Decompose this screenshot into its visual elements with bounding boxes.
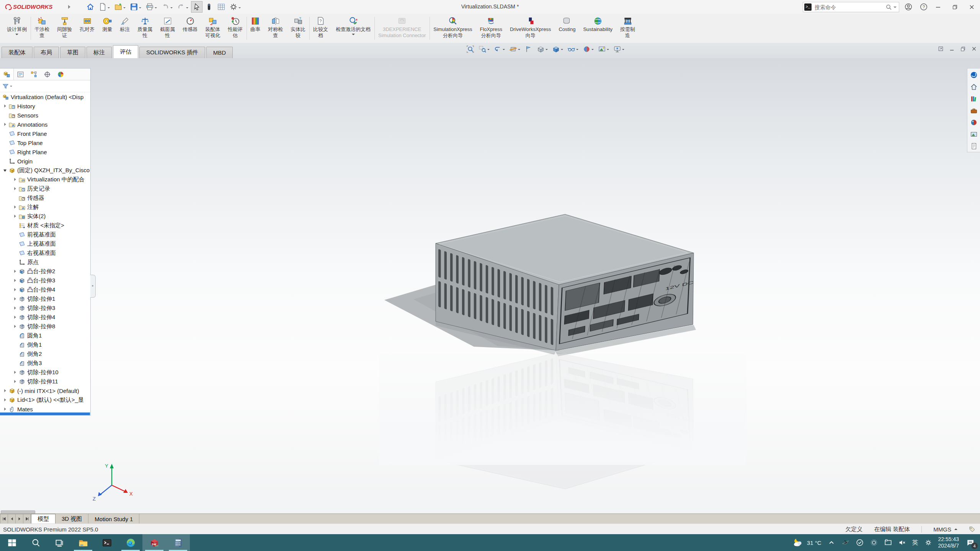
prev-tab-icon[interactable] [8,514,16,524]
expander-icon[interactable] [2,147,8,156]
tree-row[interactable]: 上视基准面 [0,239,90,248]
ribbon-button[interactable]: FloXpress 分析向导 [476,14,506,43]
tree-row[interactable]: Right Plane [0,147,90,156]
tree-row[interactable]: 倒角3 [0,359,90,368]
weather-widget[interactable]: 31 °C [792,537,822,548]
last-tab-icon[interactable] [23,514,31,524]
first-tab-icon[interactable] [0,514,8,524]
tree-row[interactable]: 切除-拉伸3 [0,303,90,313]
mini-itx-case-model[interactable]: 12V DC [436,214,695,350]
doc-window-button[interactable] [938,46,944,52]
tree-row[interactable]: 原点 [0,258,90,267]
tree-row[interactable]: 实体(2) [0,212,90,221]
panel-scrollbar[interactable] [0,412,90,415]
dropdown-caret-icon[interactable] [591,49,594,51]
task-pane-button[interactable] [969,70,979,80]
taskbar-app-button[interactable] [71,534,95,551]
dropdown-caret-icon[interactable] [108,7,110,10]
taskbar-app-button[interactable] [95,534,119,551]
tree-row[interactable]: 材质 <未指定> [0,221,90,230]
tree-row[interactable]: 切除-拉伸11 [0,377,90,386]
tree-row[interactable]: Lid<1> (默认) <<默认>_显 [0,395,90,404]
security-check-icon[interactable] [856,538,864,547]
task-pane-button[interactable] [969,118,979,127]
ribbon-button[interactable]: 对称检 查 [264,14,287,43]
expander-icon[interactable] [12,221,18,230]
filter-funnel-icon[interactable] [2,83,9,90]
dropdown-caret-icon[interactable] [155,7,157,10]
expander-icon[interactable] [12,276,18,285]
ribbon-button[interactable]: 孔对齐 [76,14,98,43]
expander-icon[interactable] [2,386,8,395]
tree-row[interactable]: 切除-拉伸1 [0,294,90,303]
tree-row[interactable]: (固定) QXZH_ITX_By_Cisco [0,166,90,175]
expander-icon[interactable] [12,239,18,248]
qat-button[interactable] [216,1,227,13]
tree-row[interactable]: 切除-拉伸4 [0,313,90,322]
volume-muted-icon[interactable] [898,538,906,547]
heads-up-button[interactable] [466,44,475,54]
command-tab[interactable]: 评估 [113,45,138,58]
qat-button[interactable] [191,1,203,13]
tree-row[interactable]: (-) mini ITX<1> (Default) [0,386,90,395]
ribbon-button[interactable]: 干涉检 查 [31,14,53,43]
qat-button[interactable] [228,1,243,13]
task-pane-button[interactable] [969,130,979,139]
jet-tray-icon[interactable] [841,538,850,547]
panel-tab[interactable] [41,68,54,80]
tree-row[interactable]: Annotations [0,120,90,129]
task-pane-button[interactable] [969,106,979,115]
tree-row[interactable]: 凸台-拉伸2 [0,267,90,276]
expander-icon[interactable] [12,258,18,267]
doc-window-button[interactable] [949,46,955,52]
expander-icon[interactable] [2,120,8,129]
display-tray-icon[interactable] [884,538,892,547]
next-tab-icon[interactable] [16,514,23,524]
filter-caret-icon[interactable] [10,86,12,88]
search-icon[interactable] [886,4,892,10]
tree-row[interactable]: Virtualization 中的配合 [0,175,90,184]
account-icon[interactable] [904,3,913,11]
expander-icon[interactable] [12,359,18,368]
panel-tab[interactable] [54,68,67,80]
doc-window-button[interactable] [960,46,966,52]
dropdown-caret-icon[interactable] [186,7,188,10]
taskbar-app-button[interactable] [119,534,142,551]
dropdown-caret-icon[interactable] [170,7,173,10]
expander-icon[interactable] [12,331,18,340]
taskbar-app-button[interactable] [24,534,47,551]
ribbon-button[interactable]: 性能评 估 [224,14,247,43]
panel-tab[interactable] [27,68,41,80]
qat-button[interactable] [97,1,112,13]
task-pane-button[interactable] [969,142,979,151]
ribbon-button[interactable]: 质量属 性 [134,14,156,43]
taskbar-app-button[interactable] [166,534,190,551]
dropdown-caret-icon[interactable] [607,49,609,51]
expander-icon[interactable] [12,377,18,386]
search-caret-icon[interactable] [893,7,897,10]
ribbon-button[interactable]: 设计算例 [3,14,31,43]
tree-row[interactable]: 右视基准面 [0,248,90,258]
units-selector[interactable]: MMGS [933,526,957,533]
qat-button[interactable] [113,1,127,13]
dropdown-caret-icon[interactable] [15,34,18,37]
expander-icon[interactable] [12,303,18,313]
heads-up-button[interactable] [612,44,625,54]
dropdown-caret-icon[interactable] [352,34,355,37]
tree-row[interactable]: 注解 [0,202,90,212]
expander-icon[interactable] [12,193,18,202]
ribbon-button[interactable]: 3DEXPERIENCE Simulation Connector [374,14,430,43]
ribbon-button[interactable]: 传感器 [179,14,201,43]
ribbon-button[interactable]: 实体比 较 [287,14,309,43]
document-tab[interactable]: 3D 视图 [56,514,88,524]
command-tab[interactable]: MBD [206,47,233,58]
expander-icon[interactable] [12,202,18,212]
command-search[interactable]: >_ [803,2,899,12]
tree-row[interactable]: History [0,101,90,111]
tree-row[interactable]: Origin [0,156,90,166]
document-tab[interactable]: 模型 [31,514,56,524]
tree-row[interactable]: 切除-拉伸10 [0,368,90,377]
document-tab[interactable]: Motion Study 1 [88,514,139,524]
command-tab[interactable]: 标注 [87,47,112,58]
ribbon-button[interactable]: 装配体 可视化 [201,14,224,43]
